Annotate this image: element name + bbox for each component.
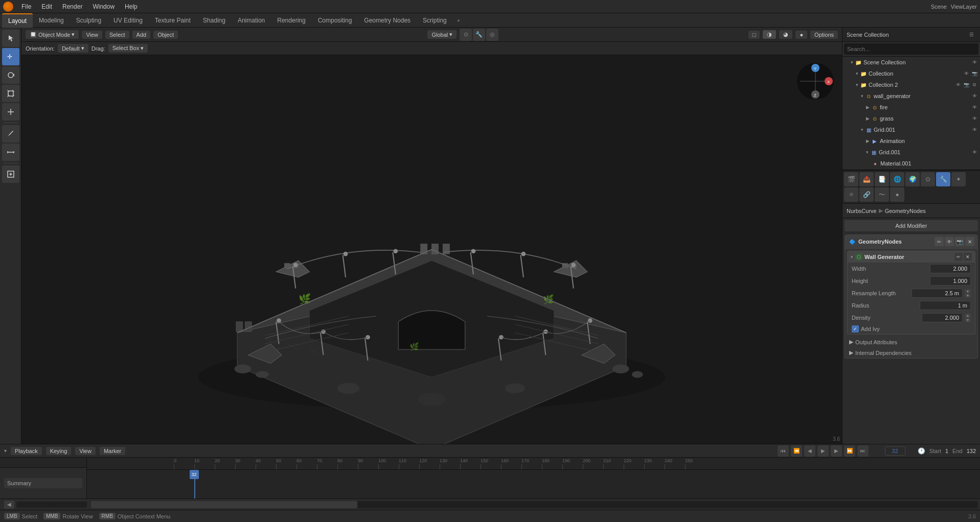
menu-item-help[interactable]: Help [121, 2, 142, 11]
resample-value[interactable]: 2.5 m [911, 289, 963, 298]
blender-logo-icon[interactable] [3, 2, 13, 12]
viewport-scene[interactable]: 🌿 🌿 🌿 [21, 55, 842, 444]
outliner-item-animation[interactable]: ▶ ▶ Animation [842, 135, 980, 147]
prop-tab-output[interactable]: 📤 [859, 172, 874, 186]
modifier-close-btn[interactable]: ✕ [965, 237, 974, 246]
object-menu[interactable]: Object [153, 31, 178, 39]
outliner-item-grass[interactable]: ▶ ⊙ grass 👁 [842, 113, 980, 124]
object-mode-selector[interactable]: 🔲 Object Mode ▾ [26, 30, 79, 39]
tab-uv-editing[interactable]: UV Editing [107, 13, 149, 28]
keying-menu[interactable]: Keying [46, 447, 72, 455]
fire-chevron[interactable]: ▶ [866, 105, 870, 110]
next-keyframe-btn[interactable]: ▶ [831, 445, 842, 457]
prop-tab-material[interactable]: ● [890, 187, 904, 202]
output-attributes-section[interactable]: ▶ Output Attributes [845, 337, 977, 347]
jump-start-btn[interactable]: ⏮ [778, 445, 789, 457]
menu-item-file[interactable]: File [17, 2, 35, 11]
prop-tab-particles[interactable]: ✦ [951, 172, 966, 186]
view-menu[interactable]: View [82, 31, 102, 39]
transform-orientation[interactable]: Global ▾ [427, 30, 457, 39]
tool-cursor[interactable] [2, 30, 19, 47]
options-btn[interactable]: Options [810, 31, 838, 39]
modifier-realtime-btn[interactable]: 👁 [945, 237, 954, 246]
prop-tab-scene[interactable]: 🌐 [890, 172, 904, 186]
outliner-item-scene-collection[interactable]: ▾ 📁 Scene Collection 👁 [842, 57, 980, 68]
add-ivy-checkbox[interactable]: ✓ [852, 325, 859, 333]
scene-collection-chevron[interactable]: ▾ [851, 60, 853, 65]
start-value[interactable]: 1 [945, 448, 948, 454]
density-down-arrow[interactable]: ▼ [965, 318, 971, 322]
tool-transform[interactable] [2, 103, 19, 121]
wall-gen-close-btn[interactable]: ✕ [964, 253, 972, 261]
end-value[interactable]: 132 [967, 448, 976, 454]
tab-layout[interactable]: Layout [2, 13, 33, 28]
outliner-item-collection2[interactable]: ▾ 📁 Collection 2 👁 📷 ⚙ [842, 79, 980, 90]
outliner-item-material001[interactable]: ● Material.001 [842, 158, 980, 169]
tool-measure[interactable] [2, 144, 19, 161]
prop-tab-physics[interactable]: ⚛ [844, 187, 858, 202]
tab-modeling[interactable]: Modeling [33, 13, 70, 28]
navigation-gizmo[interactable]: Y X Z [795, 61, 836, 102]
tab-shading[interactable]: Shading [197, 13, 232, 28]
outliner-filter-btn[interactable]: ☰ [967, 31, 976, 38]
density-value[interactable]: 2.000 [922, 313, 963, 322]
width-value[interactable]: 2.000 [930, 264, 971, 273]
col2-extra-icon[interactable]: ⚙ [971, 81, 978, 88]
menu-item-edit[interactable]: Edit [37, 2, 56, 11]
timeline-scroll-mini[interactable] [16, 502, 87, 508]
prop-tab-view-layer[interactable]: 📑 [875, 172, 889, 186]
proportional-edit-btn[interactable]: ◎ [486, 29, 498, 41]
collection-chevron[interactable]: ▾ [856, 71, 858, 76]
add-modifier-button[interactable]: Add Modifier [845, 220, 978, 231]
menu-item-window[interactable]: Window [88, 2, 119, 11]
resample-up-arrow[interactable]: ▲ [965, 289, 971, 293]
timeline-scrollbar-thumb[interactable] [91, 501, 357, 508]
prop-tab-modifiers[interactable]: 🔧 [936, 172, 950, 186]
menu-item-render[interactable]: Render [58, 2, 86, 11]
wall-gen-edit-btn[interactable]: ✏ [954, 253, 963, 261]
height-value[interactable]: 1.000 [930, 276, 971, 286]
modifier-show-in-edit-btn[interactable]: ✏ [935, 237, 944, 246]
summary-bar[interactable]: Summary [4, 478, 82, 488]
resample-down-arrow[interactable]: ▼ [965, 294, 971, 298]
tool-annotate[interactable] [2, 125, 19, 143]
radius-value[interactable]: 1 m [920, 301, 971, 310]
fire-eye-icon[interactable]: 👁 [971, 104, 978, 111]
current-frame-display[interactable]: 32 [885, 446, 905, 456]
modifier-render-btn[interactable]: 📷 [955, 237, 964, 246]
orientation-default[interactable]: Default ▾ [58, 44, 88, 53]
prop-tab-render[interactable]: 🎬 [844, 172, 858, 186]
density-up-arrow[interactable]: ▲ [965, 314, 971, 318]
col-render-icon[interactable]: 📷 [971, 70, 978, 77]
prop-tab-data[interactable]: 〜 [875, 187, 889, 202]
timeline-track-area[interactable]: 32 [87, 470, 980, 499]
select-menu[interactable]: Select [105, 31, 129, 39]
tool-add-cube[interactable] [2, 165, 19, 183]
tab-geometry-nodes[interactable]: Geometry Nodes [358, 13, 417, 28]
outliner-search-input[interactable] [844, 43, 978, 55]
viewport-3d[interactable]: 🔲 Object Mode ▾ View Select Add Object G… [21, 28, 842, 444]
viewport-shading-material[interactable]: ◕ [779, 30, 792, 39]
grass-eye-icon[interactable]: 👁 [971, 115, 978, 122]
tab-texture-paint[interactable]: Texture Paint [149, 13, 197, 28]
add-menu[interactable]: Add [132, 31, 151, 39]
next-frame-btn[interactable]: ⏩ [844, 445, 855, 457]
select-box-dropdown[interactable]: Select Box ▾ [108, 44, 148, 53]
play-btn[interactable]: ▶ [817, 445, 829, 457]
timeline-scrollbar-track[interactable] [91, 501, 978, 508]
tool-scale[interactable] [2, 85, 19, 102]
grid001-chevron[interactable]: ▾ [861, 127, 863, 132]
internal-deps-section[interactable]: ▶ Internal Dependencies [845, 347, 977, 358]
prev-frame-btn[interactable]: ⏪ [791, 445, 802, 457]
viewport-shading-wireframe[interactable]: □ [748, 31, 760, 39]
tool-move[interactable]: ✛ [2, 48, 19, 65]
outliner-item-grid001[interactable]: ▾ ▦ Grid.001 👁 [842, 124, 980, 135]
tab-rendering[interactable]: Rendering [271, 13, 311, 28]
pivot-point-btn[interactable]: ⊙ [460, 29, 472, 41]
prev-keyframe-btn[interactable]: ◀ [804, 445, 815, 457]
visibility-icon[interactable]: 👁 [971, 59, 978, 66]
tab-compositing[interactable]: Compositing [312, 13, 358, 28]
prop-tab-constraints[interactable]: 🔗 [859, 187, 874, 202]
grid001b-chevron[interactable]: ▾ [866, 150, 869, 155]
snap-btn[interactable]: 🔧 [473, 29, 485, 41]
